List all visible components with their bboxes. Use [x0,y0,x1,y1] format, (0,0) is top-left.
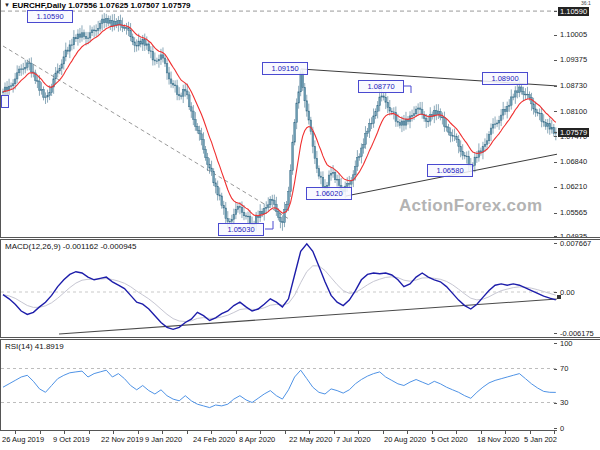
candle-body [525,94,527,95]
candle-body [393,112,395,113]
price-annotation-1.08770[interactable]: 1.08770 [358,80,404,93]
candle-body [381,96,383,97]
chart-menu-icon[interactable]: ▼ [4,2,10,8]
price-annotation-1.10590[interactable]: 1.10590 [27,10,73,23]
candle-body [99,24,101,29]
candle-body [116,21,118,24]
macd-panel[interactable]: MACD(12,26,9) -0.001162 -0.000945 [0,240,557,337]
candle-body [365,134,367,145]
date-tick [187,431,188,434]
candle-body [391,111,393,112]
candle-body [310,120,312,131]
candle-body [118,21,120,25]
candle-body [336,179,338,180]
panel-divider[interactable] [0,237,600,240]
macd-label: MACD(12,26,9) -0.001162 -0.000945 [5,242,137,251]
candle-body [488,134,490,140]
candle-body [14,79,16,84]
date-label: 18 Nov 2020 [477,435,520,444]
date-label: 22 Nov 2019 [101,435,144,444]
price-panel[interactable]: ▼ EURCHF,Daily 1.07556 1.07625 1.07507 1… [0,0,557,237]
candle-body [533,104,535,109]
right-axis: 1.105901.100051.093751.087301.081001.075… [557,0,600,450]
candle-body [478,151,480,157]
price-annotation-1.06020[interactable]: 1.06020 [306,187,352,200]
candle-body [464,155,466,156]
candle-body [401,121,403,125]
candle-body [162,55,164,58]
price-annotation-1.06580[interactable]: 1.06580 [427,164,473,177]
date-tick [358,431,359,434]
rsi-label: RSI(14) 41.8919 [5,342,64,351]
candle-body [429,115,431,121]
candle-body [140,41,142,44]
candle-body [261,212,263,214]
clipped-price-label [1,95,9,108]
candle-body [22,69,24,70]
candle-body [332,173,334,174]
macd-ascending-trendline[interactable] [59,299,557,334]
candle-body [316,158,318,168]
price-annotation-1.08900[interactable]: 1.08900 [482,72,528,85]
date-tick [64,431,65,434]
candle-body [142,40,144,45]
candle-body [490,128,492,134]
candle-body [227,219,229,222]
chart-symbol-timeframe: EURCHF,Daily [12,1,66,10]
rsi-panel[interactable]: RSI(14) 41.8919 [0,340,557,430]
date-tick [285,431,286,434]
candle-body [300,73,302,92]
candle-body [519,87,521,93]
price-axis-label-1.07579: 1.07579 [558,128,589,137]
candle-body [282,221,284,222]
candle-body [454,136,456,137]
candle-body [47,96,49,97]
candle-body [134,42,136,45]
candle-body [45,97,47,98]
candle-body [156,61,158,62]
candle-body [369,123,371,131]
candle-body [504,109,506,111]
candle-body [440,112,442,117]
candle-body [411,116,413,117]
candle-body [427,121,429,122]
date-label: 22 May 2020 [289,435,332,444]
candle-body [543,122,545,123]
axis-tick [554,162,557,163]
panel-divider[interactable] [0,337,600,340]
candle-body [110,20,112,23]
long-dashed-diagonal[interactable] [3,46,289,219]
axis-tick [554,11,557,12]
axis-tick [554,369,557,370]
candle-body [245,216,247,217]
date-label: 7 Jul 2020 [336,435,371,444]
date-label: 20 Aug 2020 [384,435,426,444]
candle-body [97,28,99,30]
candle-body [359,157,361,158]
candle-body [448,127,450,132]
candle-body [462,152,464,156]
candle-body [209,164,211,168]
candle-body [494,124,496,125]
candle-body [144,40,146,46]
candle-body [108,19,110,23]
candle-body [158,59,160,61]
date-tick [89,431,90,434]
candle-body [215,183,217,187]
candle-body [148,44,150,51]
price-annotation-1.05030[interactable]: 1.05030 [218,223,264,236]
candle-body [247,216,249,217]
candle-body [383,96,385,97]
date-tick [40,431,41,434]
rsi-chart-canvas[interactable] [1,340,558,430]
candle-body [193,111,195,119]
candle-body [71,45,73,46]
candle-body [186,91,188,95]
candle-body [75,38,77,39]
candle-body [201,134,203,140]
candle-body [91,30,93,33]
price-annotation-1.09150[interactable]: 1.09150 [262,62,308,75]
macd-chart-canvas[interactable] [1,240,558,337]
date-label: 26 Aug 2019 [2,435,44,444]
candle-body [502,109,504,115]
